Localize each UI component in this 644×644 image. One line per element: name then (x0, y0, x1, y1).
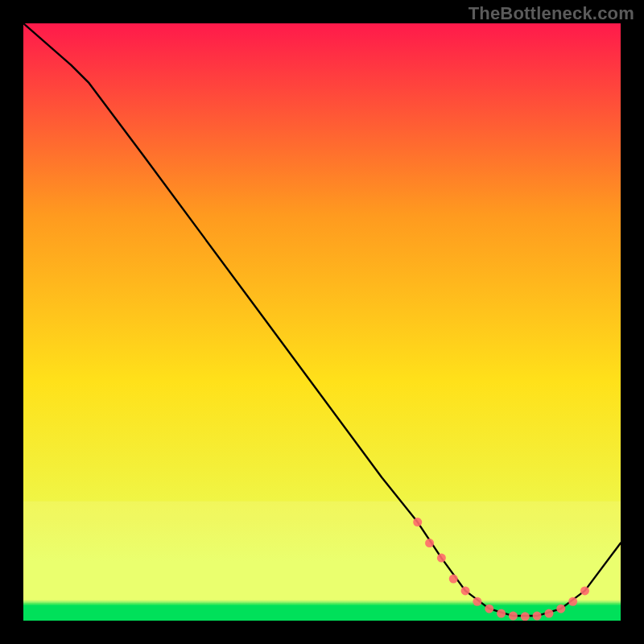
plot-area (23, 23, 621, 621)
curve-marker (521, 612, 530, 621)
curve-marker (544, 609, 553, 618)
curve-marker (485, 605, 493, 613)
curve-marker (556, 605, 565, 613)
watermark-text: TheBottleneck.com (469, 3, 634, 24)
curve-marker (437, 554, 446, 563)
curve-marker (413, 518, 422, 526)
curve-marker (497, 609, 506, 618)
curve-marker (473, 597, 481, 606)
curve-marker (461, 586, 470, 595)
chart-stage: TheBottleneck.com (0, 0, 644, 644)
curve-marker (568, 597, 577, 606)
markers-layer (23, 23, 621, 621)
curve-marker (449, 575, 458, 584)
curve-marker (580, 586, 589, 595)
curve-marker (533, 612, 542, 621)
curve-marker (425, 539, 434, 547)
curve-marker (509, 612, 518, 621)
